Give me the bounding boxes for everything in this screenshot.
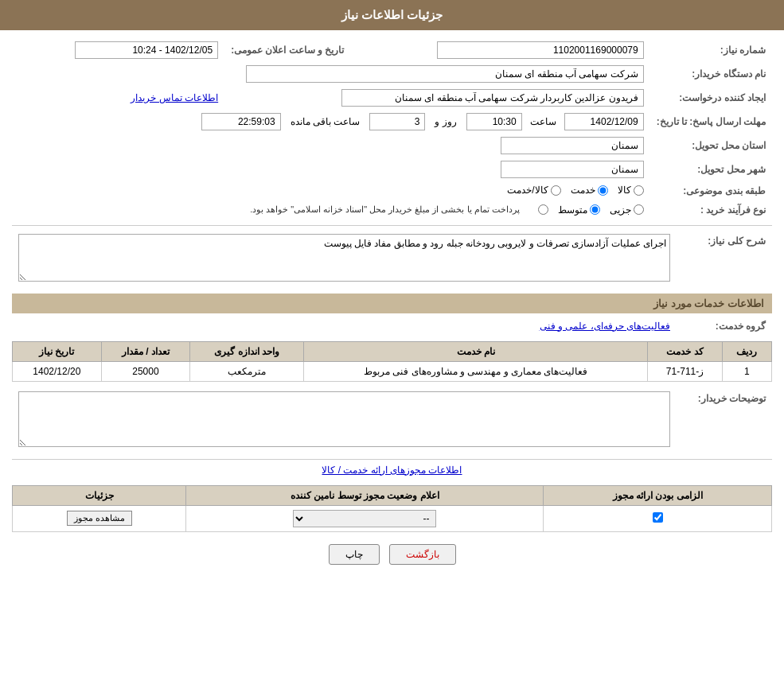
license-table: الزامی بودن ارائه مجوز اعلام وضعیت مجوز … — [12, 485, 772, 532]
send-time-label: ساعت — [530, 116, 556, 127]
send-date-input[interactable] — [564, 113, 644, 130]
category-kala-khedmat[interactable]: کالا/خدمت — [507, 185, 560, 196]
cell-unit: مترمکعب — [190, 361, 304, 381]
announcement-datetime-input[interactable] — [75, 41, 218, 59]
print-button[interactable]: چاپ — [329, 544, 380, 565]
col-quantity: تعداد / مقدار — [101, 341, 190, 361]
need-number-label: شماره نیاز: — [650, 38, 772, 62]
need-number-input[interactable] — [437, 41, 644, 59]
cell-service-name: فعالیت‌های معماری و مهندسی و مشاوره‌های … — [304, 361, 648, 381]
category-kala[interactable]: کالا — [618, 185, 644, 196]
announcement-datetime-label: تاریخ و ساعت اعلان عمومی: — [224, 38, 350, 62]
button-row: بازگشت چاپ — [12, 544, 772, 565]
description-label: شرح کلی نیاز: — [677, 231, 772, 287]
days-input[interactable] — [369, 113, 425, 130]
remaining-input[interactable] — [201, 113, 281, 130]
days-label: روز و — [435, 116, 456, 127]
license-table-row: -- مشاهده مجوز — [13, 505, 772, 531]
city-label: شهر محل تحویل: — [650, 157, 772, 181]
license-required-checkbox[interactable] — [653, 512, 663, 523]
creator-label: ایجاد کننده درخواست: — [650, 86, 772, 110]
buyer-notes-textarea[interactable] — [18, 391, 670, 447]
col-service-code: کد خدمت — [648, 341, 722, 361]
back-button[interactable]: بازگشت — [389, 544, 456, 565]
col-license-required: الزامی بودن ارائه مجوز — [544, 485, 772, 505]
cell-quantity: 25000 — [101, 361, 190, 381]
purchase-note: پرداخت تمام یا بخشی از مبلغ خریدار محل "… — [250, 204, 520, 215]
creator-input[interactable] — [341, 89, 644, 107]
col-row-num: ردیف — [722, 341, 771, 361]
services-section-title: اطلاعات خدمات مورد نیاز — [12, 294, 772, 313]
license-section-title[interactable]: اطلاعات مجوزهای ارائه خدمت / کالا — [322, 465, 462, 476]
category-khedmat[interactable]: خدمت — [571, 185, 608, 196]
send-time-input[interactable] — [466, 113, 522, 130]
page-header: جزئیات اطلاعات نیاز — [0, 0, 784, 30]
cell-license-required — [544, 505, 772, 531]
col-license-status: اعلام وضعیت مجوز توسط نامین کننده — [186, 485, 544, 505]
category-label: طبقه بندی موضوعی: — [650, 181, 772, 201]
remaining-label: ساعت باقی مانده — [291, 116, 361, 127]
buyer-org-label: نام دستگاه خریدار: — [650, 62, 772, 86]
city-input[interactable] — [501, 161, 644, 178]
send-deadline-label: مهلت ارسال پاسخ: تا تاریخ: — [650, 110, 772, 134]
purchase-type-other[interactable] — [536, 204, 548, 215]
purchase-type-motavaset[interactable]: متوسط — [558, 204, 600, 216]
service-group-label: گروه خدمت: — [677, 317, 772, 335]
page-title: جزئیات اطلاعات نیاز — [341, 8, 443, 21]
province-label: استان محل تحویل: — [650, 134, 772, 157]
service-group-value[interactable]: فعالیت‌های حرفه‌ای، علمی و فنی — [540, 321, 670, 332]
purchase-type-jozii[interactable]: جزیی — [610, 204, 644, 216]
table-row: 1 ز-711-71 فعالیت‌های معماری و مهندسی و … — [13, 361, 772, 381]
cell-license-status: -- — [186, 505, 544, 531]
contact-link[interactable]: اطلاعات تماس خریدار — [131, 92, 218, 103]
province-input[interactable] — [501, 137, 644, 154]
services-table: ردیف کد خدمت نام خدمت واحد اندازه گیری ت… — [12, 341, 772, 382]
cell-license-details: مشاهده مجوز — [13, 505, 186, 531]
buyer-notes-label: توضیحات خریدار: — [677, 388, 772, 453]
col-service-name: نام خدمت — [304, 341, 648, 361]
col-license-details: جزئیات — [13, 485, 186, 505]
buyer-org-input[interactable] — [246, 65, 644, 83]
description-textarea[interactable] — [18, 234, 670, 282]
cell-service-code: ز-711-71 — [648, 361, 722, 381]
cell-need-date: 1402/12/20 — [13, 361, 102, 381]
purchase-type-label: نوع فرآیند خرید : — [650, 201, 772, 219]
col-need-date: تاریخ نیاز — [13, 341, 102, 361]
license-status-select[interactable]: -- — [293, 510, 436, 527]
cell-row-num: 1 — [722, 361, 771, 381]
col-unit: واحد اندازه گیری — [190, 341, 304, 361]
view-license-button[interactable]: مشاهده مجوز — [67, 511, 132, 526]
